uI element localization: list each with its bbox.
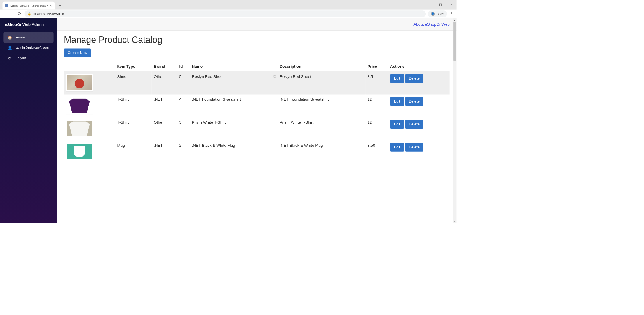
cell-description: .NET Foundation Sweatshirt xyxy=(278,94,365,117)
cell-actions: Edit Delete xyxy=(388,94,450,117)
scroll-down-icon[interactable]: ▼ xyxy=(453,220,457,223)
create-new-button[interactable]: Create New xyxy=(64,49,91,57)
sidebar-item-home[interactable]: 🏠 Home xyxy=(3,32,53,43)
profile-label: Guest xyxy=(437,12,444,15)
tab-title: Admin - Catalog - Microsoft.eSh xyxy=(10,4,48,7)
logout-icon: ⎋ xyxy=(8,56,12,60)
cell-name: .NET Black & White Mug xyxy=(190,140,278,163)
cell-description: Roslyn Red Sheet xyxy=(278,71,365,94)
topbar: About eShopOnWeb xyxy=(57,18,457,31)
nav-back-icon[interactable]: ← xyxy=(2,11,7,16)
th-image xyxy=(64,62,115,71)
cell-brand: .NET xyxy=(152,140,177,163)
catalog-table: Item Type Brand Id Name Description Pric… xyxy=(64,62,450,163)
lock-icon: 🔒 xyxy=(27,12,31,16)
table-row[interactable]: SheetOther5Roslyn Red SheetRoslyn Red Sh… xyxy=(64,71,450,94)
th-actions: Actions xyxy=(388,62,450,71)
cell-actions: Edit Delete xyxy=(388,71,450,94)
browser-titlebar: Admin - Catalog - Microsoft.eSh ✕ + xyxy=(0,0,457,10)
delete-button[interactable]: Delete xyxy=(405,143,423,152)
window-controls xyxy=(424,0,457,10)
cell-price: 12 xyxy=(365,117,388,140)
delete-button[interactable]: Delete xyxy=(405,120,423,129)
home-icon: 🏠 xyxy=(8,35,12,40)
new-tab-button[interactable]: + xyxy=(57,3,63,9)
delete-button[interactable]: Delete xyxy=(405,74,423,83)
tab-favicon xyxy=(5,4,8,7)
cell-item-type: Sheet xyxy=(115,71,151,94)
cell-name: Prism White T-Shirt xyxy=(190,117,278,140)
cell-id: 5 xyxy=(177,71,190,94)
sidebar-brand: eShopOnWeb Admin xyxy=(0,22,57,32)
cell-description: Prism White T-Shirt xyxy=(278,117,365,140)
scroll-up-icon[interactable]: ▲ xyxy=(453,18,457,22)
sidebar-item-label: Home xyxy=(16,36,25,39)
svg-rect-1 xyxy=(439,4,441,6)
product-thumb xyxy=(66,74,93,91)
table-row[interactable]: Mug.NET2.NET Black & White Mug.NET Black… xyxy=(64,140,450,163)
about-link[interactable]: About eShopOnWeb xyxy=(413,22,449,27)
cell-id: 3 xyxy=(177,117,190,140)
window-close-icon[interactable] xyxy=(446,0,457,10)
th-price: Price xyxy=(365,62,388,71)
window-maximize-icon[interactable] xyxy=(435,0,446,10)
cell-price: 8.5 xyxy=(365,71,388,94)
th-description: Description xyxy=(278,62,365,71)
cell-price: 12 xyxy=(365,94,388,117)
cell-id: 4 xyxy=(177,94,190,117)
th-item-type: Item Type xyxy=(115,62,151,71)
delete-button[interactable]: Delete xyxy=(405,97,423,106)
sidebar-item-label: Logout xyxy=(16,56,26,60)
cell-brand: Other xyxy=(152,117,177,140)
nav-forward-icon[interactable]: → xyxy=(10,11,15,16)
cell-brand: .NET xyxy=(152,94,177,117)
th-name: Name xyxy=(190,62,278,71)
browser-toolbar: ← → ⟳ 🔒 localhost:44315/Admin 👤 Guest ⋮ xyxy=(0,10,457,18)
cell-actions: Edit Delete xyxy=(388,140,450,163)
cell-id: 2 xyxy=(177,140,190,163)
product-thumb xyxy=(66,97,93,114)
cell-price: 8.50 xyxy=(365,140,388,163)
window-minimize-icon[interactable] xyxy=(424,0,435,10)
th-brand: Brand xyxy=(152,62,177,71)
cell-name: .NET Foundation Sweatshirt xyxy=(190,94,278,117)
user-icon: 👤 xyxy=(8,46,12,50)
vertical-scrollbar[interactable]: ▲ ▼ xyxy=(453,18,457,223)
url-text: localhost:44315/Admin xyxy=(33,12,65,15)
cursor-icon: ⬚ xyxy=(273,74,276,78)
edit-button[interactable]: Edit xyxy=(390,97,404,106)
th-id: Id xyxy=(177,62,190,71)
cell-item-type: T-Shirt xyxy=(115,94,151,117)
cell-item-type: Mug xyxy=(115,140,151,163)
edit-button[interactable]: Edit xyxy=(390,120,404,129)
scroll-thumb[interactable] xyxy=(453,22,456,61)
page: eShopOnWeb Admin 🏠 Home 👤 admin@microsof… xyxy=(0,18,457,223)
main: About eShopOnWeb Manage Product Catalog … xyxy=(57,18,457,223)
cell-description: .NET Black & White Mug xyxy=(278,140,365,163)
tab-close-icon[interactable]: ✕ xyxy=(50,4,52,7)
sidebar: eShopOnWeb Admin 🏠 Home 👤 admin@microsof… xyxy=(0,18,57,223)
address-bar[interactable]: 🔒 localhost:44315/Admin xyxy=(25,10,426,17)
table-row[interactable]: T-Shirt.NET4.NET Foundation Sweatshirt.N… xyxy=(64,94,450,117)
nav-reload-icon[interactable]: ⟳ xyxy=(17,11,22,16)
sidebar-item-user[interactable]: 👤 admin@microsoft.com xyxy=(3,43,53,53)
browser-menu-icon[interactable]: ⋮ xyxy=(449,11,454,16)
sidebar-item-logout[interactable]: ⎋ Logout xyxy=(3,53,53,63)
cell-item-type: T-Shirt xyxy=(115,117,151,140)
edit-button[interactable]: Edit xyxy=(390,143,404,152)
cell-brand: Other xyxy=(152,71,177,94)
cell-name: Roslyn Red Sheet xyxy=(190,71,278,94)
product-thumb xyxy=(66,120,93,137)
profile-chip[interactable]: 👤 Guest xyxy=(428,10,447,17)
page-title: Manage Product Catalog xyxy=(64,35,450,45)
avatar-icon: 👤 xyxy=(431,12,435,16)
edit-button[interactable]: Edit xyxy=(390,74,404,83)
product-thumb xyxy=(66,143,93,160)
browser-tab[interactable]: Admin - Catalog - Microsoft.eSh ✕ xyxy=(3,2,55,10)
table-row[interactable]: T-ShirtOther3Prism White T-ShirtPrism Wh… xyxy=(64,117,450,140)
cell-actions: Edit Delete xyxy=(388,117,450,140)
sidebar-item-label: admin@microsoft.com xyxy=(16,46,49,50)
content: Manage Product Catalog Create New Item T… xyxy=(57,31,457,167)
